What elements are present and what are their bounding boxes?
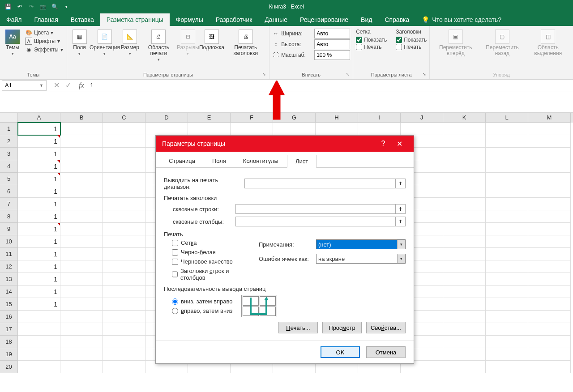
cell[interactable] bbox=[443, 361, 486, 373]
cell[interactable] bbox=[528, 248, 571, 260]
row-header[interactable]: 19 bbox=[0, 348, 18, 361]
cell[interactable] bbox=[103, 173, 145, 185]
row-header[interactable]: 17 bbox=[0, 323, 18, 336]
col-header[interactable]: J bbox=[401, 113, 443, 123]
col-header[interactable]: B bbox=[60, 113, 103, 123]
cell[interactable]: 1 bbox=[18, 235, 60, 248]
qat-customize-icon[interactable]: ▾ bbox=[62, 2, 71, 11]
cell[interactable] bbox=[273, 123, 316, 135]
row-header[interactable]: 7 bbox=[0, 198, 18, 210]
cell[interactable] bbox=[528, 298, 571, 311]
name-box-dropdown-icon[interactable]: ▼ bbox=[39, 83, 43, 88]
cell[interactable] bbox=[103, 361, 145, 373]
cell[interactable]: 1 bbox=[18, 260, 60, 273]
tab-view[interactable]: Вид bbox=[355, 13, 378, 26]
cell[interactable] bbox=[103, 235, 145, 248]
col-header[interactable]: A bbox=[18, 113, 60, 123]
cell[interactable]: 1 bbox=[18, 173, 60, 185]
cell[interactable] bbox=[486, 323, 528, 336]
cell[interactable] bbox=[486, 260, 528, 273]
cell[interactable] bbox=[443, 135, 486, 148]
tab-data[interactable]: Данные bbox=[258, 13, 294, 26]
cell[interactable] bbox=[443, 148, 486, 160]
cell[interactable] bbox=[103, 285, 145, 298]
cell[interactable] bbox=[60, 285, 103, 298]
through-cols-picker-icon[interactable]: ⬆ bbox=[396, 217, 406, 226]
cell[interactable] bbox=[443, 311, 486, 323]
cell[interactable] bbox=[103, 348, 145, 361]
cell[interactable]: 1 bbox=[18, 273, 60, 285]
width-input[interactable] bbox=[314, 29, 350, 38]
row-header[interactable]: 4 bbox=[0, 160, 18, 173]
cell[interactable] bbox=[103, 198, 145, 210]
cell[interactable] bbox=[486, 223, 528, 235]
cell[interactable] bbox=[486, 248, 528, 260]
cell[interactable] bbox=[60, 336, 103, 348]
cell[interactable]: 1 bbox=[18, 248, 60, 260]
headings-print-checkbox[interactable] bbox=[396, 44, 402, 50]
cell[interactable] bbox=[443, 173, 486, 185]
cell[interactable] bbox=[486, 210, 528, 223]
cell[interactable] bbox=[443, 185, 486, 198]
cell[interactable] bbox=[486, 285, 528, 298]
cell[interactable] bbox=[60, 260, 103, 273]
cell[interactable]: 1 bbox=[18, 148, 60, 160]
cell[interactable] bbox=[486, 160, 528, 173]
cell[interactable] bbox=[443, 298, 486, 311]
send-backward-button[interactable]: ▢Переместить назад bbox=[480, 29, 524, 57]
col-header[interactable]: K bbox=[443, 113, 486, 123]
tab-review[interactable]: Рецензирование bbox=[294, 13, 355, 26]
row-header[interactable]: 18 bbox=[0, 336, 18, 348]
chk-bw[interactable] bbox=[172, 249, 178, 256]
row-header[interactable]: 9 bbox=[0, 223, 18, 235]
cell[interactable] bbox=[60, 210, 103, 223]
cell[interactable] bbox=[486, 123, 528, 135]
cell[interactable] bbox=[528, 173, 571, 185]
cell[interactable] bbox=[18, 348, 60, 361]
cell[interactable] bbox=[103, 148, 145, 160]
cell[interactable] bbox=[60, 173, 103, 185]
cell[interactable] bbox=[528, 123, 571, 135]
col-header[interactable]: F bbox=[231, 113, 273, 123]
tab-page-layout[interactable]: Разметка страницы bbox=[100, 13, 170, 26]
cell[interactable] bbox=[486, 311, 528, 323]
cell[interactable] bbox=[231, 123, 273, 135]
enter-formula-icon[interactable]: ✓ bbox=[63, 81, 73, 90]
dtab-page[interactable]: Страница bbox=[160, 154, 204, 167]
tab-home[interactable]: Главная bbox=[28, 13, 64, 26]
cell[interactable] bbox=[103, 160, 145, 173]
cell[interactable] bbox=[145, 123, 188, 135]
grid-print-checkbox[interactable] bbox=[356, 44, 362, 50]
save-icon[interactable]: 💾 bbox=[4, 2, 13, 11]
cell[interactable] bbox=[528, 260, 571, 273]
cancel-formula-icon[interactable]: ✕ bbox=[51, 81, 62, 90]
through-rows-picker-icon[interactable]: ⬆ bbox=[396, 204, 406, 214]
print-preview-icon[interactable]: 🔍 bbox=[50, 2, 59, 11]
row-header[interactable]: 20 bbox=[0, 361, 18, 373]
sheet-opts-launcher-icon[interactable]: ⤡ bbox=[421, 72, 428, 78]
cell[interactable] bbox=[60, 298, 103, 311]
page-setup-launcher-icon[interactable]: ⤡ bbox=[261, 72, 267, 78]
cell[interactable]: 1 bbox=[18, 123, 60, 135]
name-box[interactable]: A1▼ bbox=[2, 80, 47, 91]
cell[interactable]: 1 bbox=[18, 160, 60, 173]
cell[interactable] bbox=[358, 123, 401, 135]
cell[interactable]: 1 bbox=[18, 135, 60, 148]
print-button[interactable]: Печать... bbox=[278, 322, 318, 333]
preview-button[interactable]: Просмотр bbox=[322, 322, 362, 333]
tab-developer[interactable]: Разработчик bbox=[210, 13, 259, 26]
cell[interactable] bbox=[60, 223, 103, 235]
cell[interactable] bbox=[18, 323, 60, 336]
cell[interactable] bbox=[443, 285, 486, 298]
cell[interactable] bbox=[443, 348, 486, 361]
row-header[interactable]: 10 bbox=[0, 235, 18, 248]
cell[interactable] bbox=[528, 148, 571, 160]
row-header[interactable]: 14 bbox=[0, 285, 18, 298]
cell[interactable] bbox=[528, 198, 571, 210]
cell[interactable]: 1 bbox=[18, 298, 60, 311]
background-button[interactable]: 🖼Подложка bbox=[200, 29, 223, 51]
cell[interactable] bbox=[528, 311, 571, 323]
errors-combo[interactable]: на экране▾ bbox=[316, 254, 406, 264]
height-input[interactable] bbox=[314, 39, 350, 49]
cell[interactable] bbox=[443, 198, 486, 210]
